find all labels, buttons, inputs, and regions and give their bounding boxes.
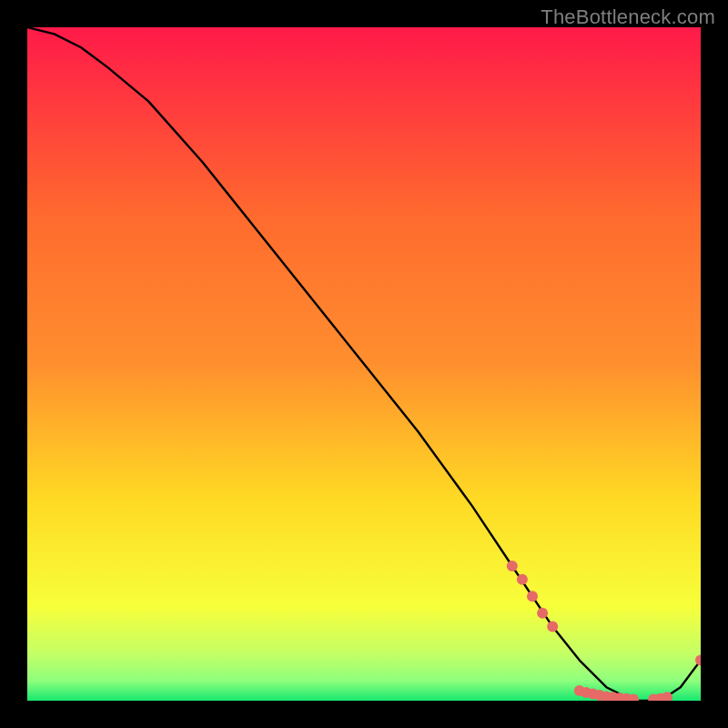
data-point-marker <box>537 608 548 619</box>
data-point-marker <box>517 574 528 585</box>
data-point-marker <box>527 591 538 602</box>
data-point-marker <box>507 561 518 571</box>
plot-area <box>27 27 701 701</box>
data-point-marker <box>547 622 558 632</box>
chart-svg <box>27 27 701 701</box>
chart-frame: TheBottleneck.com <box>0 0 728 728</box>
watermark-text: TheBottleneck.com <box>541 5 715 29</box>
